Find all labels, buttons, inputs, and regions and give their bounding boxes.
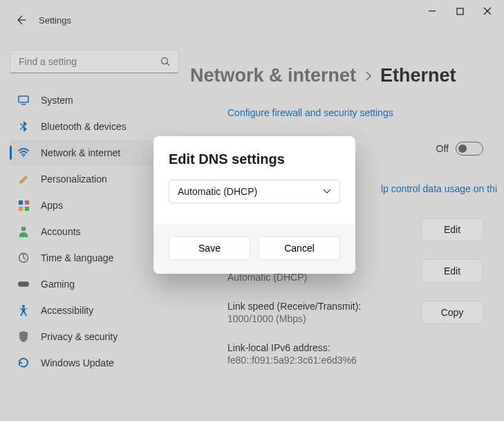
edit-dns-dialog: Edit DNS settings Automatic (DHCP) Save … [153,136,355,274]
select-value: Automatic (DHCP) [178,186,257,197]
dns-mode-select[interactable]: Automatic (DHCP) [169,180,340,203]
cancel-button[interactable]: Cancel [259,236,340,260]
dialog-title: Edit DNS settings [169,151,340,167]
chevron-down-icon [323,189,331,194]
save-button[interactable]: Save [169,236,250,260]
